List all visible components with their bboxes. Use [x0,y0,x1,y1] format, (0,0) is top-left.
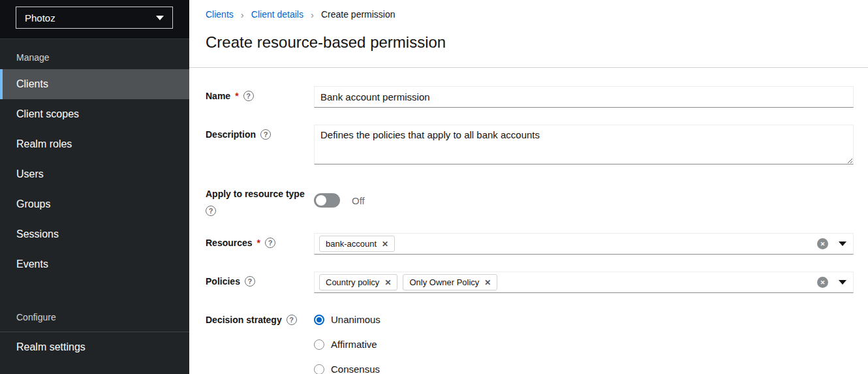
apply-to-resource-type-label: Apply to resource type ? [206,184,314,216]
radio-unselected-icon[interactable] [314,364,324,374]
breadcrumb-current-page: Create permission [321,9,395,20]
form-row-policies: Policies ? Country policy ✕ Only Owner P… [206,272,854,293]
radio-selected-icon[interactable] [314,315,324,325]
decision-strategy-label: Decision strategy ? [206,310,314,374]
breadcrumb-separator-icon: › [311,10,314,20]
policy-chip: Only Owner Policy ✕ [403,274,497,290]
radio-option-consensus[interactable]: Consensus [314,364,854,374]
policies-label: Policies ? [206,272,314,293]
apply-to-resource-type-toggle[interactable] [314,193,340,208]
form-row-decision-strategy: Decision strategy ? Unanimous Affirmativ… [206,310,854,374]
sidebar-item-users[interactable]: Users [0,159,189,189]
description-label: Description ? [206,125,314,167]
decision-strategy-radio-group: Unanimous Affirmative Consensus [314,310,854,374]
page-title: Create resource-based permission [206,33,852,52]
chip-remove-icon[interactable]: ✕ [384,279,391,287]
caret-down-icon[interactable] [839,242,846,246]
breadcrumb: Clients › Client details › Create permis… [189,0,868,20]
clear-all-icon[interactable]: ✕ [817,277,828,288]
resources-multiselect[interactable]: bank-account ✕ ✕ [314,233,854,255]
help-icon[interactable]: ? [260,129,271,140]
sidebar-nav: Manage Clients Client scopes Realm roles… [0,39,189,362]
required-indicator: * [257,238,260,248]
form-row-description: Description ? Defines the policies that … [206,125,854,167]
nav-group-configure: Configure Realm settings [0,305,189,362]
sidebar-header: Photoz [0,0,189,39]
help-icon[interactable]: ? [206,206,216,216]
radio-unselected-icon[interactable] [314,339,324,350]
name-input[interactable] [314,86,854,108]
sidebar: Photoz Manage Clients Client scopes Real… [0,0,189,374]
sidebar-item-sessions[interactable]: Sessions [0,219,189,249]
policy-chip: Country policy ✕ [319,274,397,290]
help-icon[interactable]: ? [265,238,275,248]
form-row-name: Name * ? [206,86,854,108]
chip-remove-icon[interactable]: ✕ [382,240,388,248]
chip-remove-icon[interactable]: ✕ [484,279,491,287]
name-label: Name * ? [206,86,314,108]
clear-all-icon[interactable]: ✕ [817,238,828,249]
description-textarea[interactable]: Defines the policies that apply to all b… [314,125,854,164]
policies-multiselect[interactable]: Country policy ✕ Only Owner Policy ✕ ✕ [314,272,854,293]
chevron-down-icon [156,16,164,20]
realm-selector-dropdown[interactable]: Photoz [16,7,173,29]
toggle-knob [316,195,326,206]
required-indicator: * [235,91,238,101]
main-content: Clients › Client details › Create permis… [189,0,868,374]
sidebar-item-clients[interactable]: Clients [0,69,189,99]
breadcrumb-separator-icon: › [241,10,244,20]
resources-label: Resources * ? [206,233,314,255]
chip-label: bank-account [326,239,377,249]
form-row-resources: Resources * ? bank-account ✕ ✕ [206,233,854,255]
sidebar-item-realm-settings[interactable]: Realm settings [0,332,189,362]
help-icon[interactable]: ? [243,91,254,101]
sidebar-item-realm-roles[interactable]: Realm roles [0,129,189,159]
chip-label: Only Owner Policy [409,277,479,287]
nav-group-manage: Manage Clients Client scopes Realm roles… [0,46,189,279]
form-row-apply-to-resource-type: Apply to resource type ? Off [206,184,854,216]
nav-group-title-configure: Configure [0,305,189,329]
resource-chip: bank-account ✕ [319,236,395,252]
sidebar-item-client-scopes[interactable]: Client scopes [0,99,189,129]
help-icon[interactable]: ? [287,315,297,325]
realm-selector-label: Photoz [25,12,55,23]
radio-option-affirmative[interactable]: Affirmative [314,339,854,350]
breadcrumb-clients-link[interactable]: Clients [206,9,234,20]
radio-option-unanimous[interactable]: Unanimous [314,314,854,325]
create-permission-form: Name * ? Description ? Defines the polic… [189,68,868,374]
caret-down-icon[interactable] [839,280,846,285]
toggle-state-label: Off [352,195,365,206]
sidebar-item-groups[interactable]: Groups [0,189,189,219]
help-icon[interactable]: ? [245,276,255,287]
sidebar-item-events[interactable]: Events [0,249,189,279]
chip-label: Country policy [326,277,379,287]
nav-group-title-manage: Manage [0,46,189,69]
breadcrumb-client-details-link[interactable]: Client details [251,9,303,20]
